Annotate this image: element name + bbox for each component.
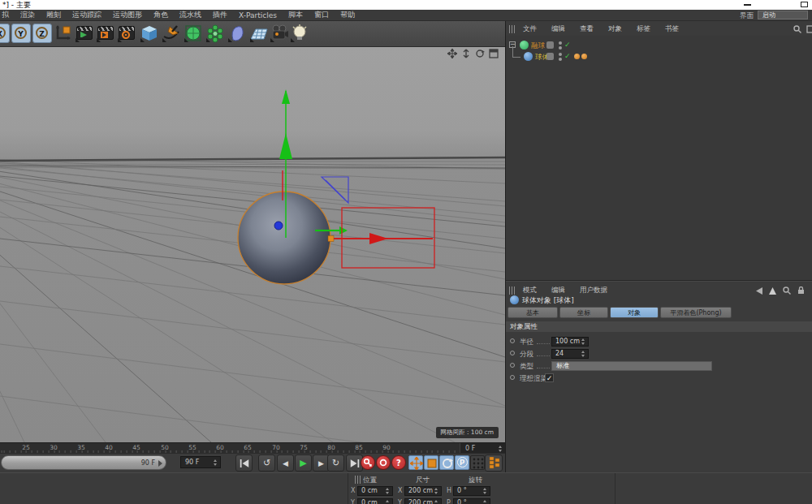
zoom-view-icon[interactable] bbox=[461, 49, 471, 58]
sphere-object[interactable] bbox=[238, 192, 330, 284]
menu-item[interactable]: 雕刻 bbox=[41, 10, 67, 20]
layer-chip-icon[interactable] bbox=[546, 41, 554, 49]
play-button[interactable]: ▶ bbox=[295, 454, 312, 472]
visibility-dots-icon[interactable] bbox=[559, 41, 562, 50]
om-menu-item[interactable]: 书签 bbox=[658, 24, 686, 34]
spinner-icon[interactable] bbox=[434, 488, 438, 494]
lock-y-axis-button[interactable]: Y bbox=[11, 24, 31, 43]
spinner-icon[interactable] bbox=[483, 488, 487, 494]
spinner-icon[interactable] bbox=[581, 351, 585, 357]
menu-item[interactable]: X-Particles bbox=[233, 11, 283, 19]
timeline-ruler[interactable]: 25 30 35 40 45 50 55 60 65 70 75 80 85 9… bbox=[0, 442, 505, 453]
point-level-animation-toggle[interactable] bbox=[470, 455, 485, 470]
om-menu-item[interactable]: 对象 bbox=[601, 24, 629, 34]
autokey-button[interactable] bbox=[376, 455, 391, 470]
om-menu-item[interactable]: 文件 bbox=[516, 24, 544, 34]
rotation-p-field[interactable]: 0 ° bbox=[453, 498, 490, 504]
tab-phong[interactable]: 平滑着色(Phong) bbox=[660, 307, 732, 318]
keyframe-selection-button[interactable]: ? bbox=[391, 455, 406, 470]
segments-field[interactable]: 24 bbox=[551, 349, 589, 359]
type-dropdown[interactable]: 标准 bbox=[551, 361, 712, 371]
spinner-icon[interactable] bbox=[386, 488, 390, 494]
tab-basic[interactable]: 基本 bbox=[508, 307, 558, 318]
menu-item[interactable]: 帮助 bbox=[335, 10, 361, 20]
record-parameter-toggle[interactable]: P bbox=[455, 455, 469, 470]
lock-x-axis-button[interactable]: X bbox=[0, 24, 10, 43]
goto-start-button[interactable] bbox=[235, 454, 253, 472]
record-position-toggle[interactable] bbox=[408, 455, 423, 470]
spinner-icon[interactable] bbox=[483, 500, 487, 504]
spinner-icon[interactable] bbox=[386, 500, 390, 504]
render-view-icon[interactable] bbox=[75, 24, 94, 43]
light-icon[interactable] bbox=[290, 24, 309, 43]
position-y-field[interactable]: 0 cm bbox=[357, 498, 393, 504]
viewport[interactable]: 网格间距 : 100 cm bbox=[0, 47, 505, 442]
size-x-field[interactable]: 200 cm bbox=[404, 486, 442, 496]
menu-item[interactable]: 运动图形 bbox=[107, 10, 148, 20]
rotation-h-field[interactable]: 0 ° bbox=[453, 486, 490, 496]
menu-item[interactable]: 角色 bbox=[148, 10, 174, 20]
panel-handle-icon[interactable] bbox=[355, 476, 361, 484]
animation-ring-icon[interactable] bbox=[510, 363, 515, 368]
maximize-icon[interactable] bbox=[801, 2, 808, 7]
menu-item[interactable]: 窗口 bbox=[309, 10, 335, 20]
timeline-scrubber[interactable]: 90 F bbox=[1, 455, 166, 470]
rotate-view-icon[interactable] bbox=[475, 49, 485, 58]
camera-icon[interactable] bbox=[270, 24, 289, 43]
spinner-icon[interactable] bbox=[214, 459, 218, 466]
toggle-view-icon[interactable] bbox=[489, 49, 499, 58]
visibility-dots-icon[interactable] bbox=[559, 53, 562, 61]
tag-icon[interactable] bbox=[581, 54, 587, 59]
menu-item[interactable]: 流水线 bbox=[174, 10, 207, 20]
object-row-metaball[interactable]: − 融球 ✓ bbox=[506, 40, 812, 51]
menu-item[interactable]: 拟 bbox=[0, 10, 15, 20]
goto-next-key-button[interactable]: ↻ bbox=[327, 454, 344, 472]
render-to-picture-viewer-icon[interactable] bbox=[96, 24, 115, 43]
menu-item[interactable]: 脚本 bbox=[283, 10, 309, 20]
tab-object[interactable]: 对象 bbox=[610, 307, 659, 318]
record-scale-toggle[interactable] bbox=[424, 455, 438, 470]
render-settings-icon[interactable] bbox=[117, 24, 136, 43]
record-rotation-toggle[interactable] bbox=[439, 455, 454, 470]
path-bar-icon[interactable] bbox=[806, 25, 812, 33]
spline-pen-icon[interactable] bbox=[162, 24, 181, 43]
enabled-check-icon[interactable]: ✓ bbox=[564, 41, 571, 49]
record-keyframe-button[interactable] bbox=[361, 455, 375, 470]
phong-tag-icon[interactable] bbox=[574, 54, 580, 59]
animation-ring-icon[interactable] bbox=[510, 351, 515, 355]
keyframe-presets-button[interactable] bbox=[485, 454, 503, 472]
minimize-icon[interactable] bbox=[744, 4, 751, 6]
coordinate-system-icon[interactable] bbox=[54, 24, 73, 43]
animation-ring-icon[interactable] bbox=[510, 375, 515, 380]
render-perfect-checkbox[interactable]: ✓ bbox=[545, 373, 554, 382]
animation-ring-icon[interactable] bbox=[510, 338, 515, 343]
pan-view-icon[interactable] bbox=[447, 49, 457, 58]
array-modeling-icon[interactable] bbox=[205, 24, 225, 43]
enabled-check-icon[interactable]: ✓ bbox=[564, 52, 571, 60]
deformer-bend-icon[interactable] bbox=[227, 24, 247, 43]
menu-item[interactable]: 渲染 bbox=[15, 10, 41, 20]
add-primitive-cube-icon[interactable] bbox=[140, 24, 159, 43]
spinner-icon[interactable] bbox=[499, 446, 503, 452]
panel-divider[interactable] bbox=[506, 280, 812, 282]
floor-environment-icon[interactable] bbox=[249, 24, 269, 43]
previous-frame-button[interactable]: ◀ bbox=[277, 454, 294, 472]
subdivision-surface-icon[interactable] bbox=[184, 24, 203, 43]
interface-dropdown[interactable]: 启动 bbox=[758, 11, 808, 19]
size-y-field[interactable]: 200 cm bbox=[404, 498, 442, 504]
radius-field[interactable]: 100 cm bbox=[551, 337, 589, 347]
search-icon[interactable] bbox=[793, 25, 801, 33]
lock-z-axis-button[interactable]: Z bbox=[32, 24, 52, 43]
om-menu-item[interactable]: 编辑 bbox=[544, 24, 572, 34]
goto-previous-key-button[interactable]: ↺ bbox=[258, 454, 275, 472]
panel-handle-icon[interactable] bbox=[509, 25, 516, 33]
layer-chip-icon[interactable] bbox=[546, 53, 554, 60]
om-menu-item[interactable]: 查看 bbox=[572, 24, 601, 34]
end-frame-field[interactable]: 90 F bbox=[180, 456, 221, 468]
tab-coordinates[interactable]: 坐标 bbox=[559, 307, 608, 318]
om-menu-item[interactable]: 标签 bbox=[629, 24, 658, 34]
menu-item[interactable]: 运动跟踪 bbox=[67, 10, 107, 20]
object-name[interactable]: 融球 bbox=[531, 41, 545, 51]
object-row-sphere[interactable]: 球体 ✓ bbox=[506, 51, 812, 62]
spinner-icon[interactable] bbox=[434, 500, 438, 504]
